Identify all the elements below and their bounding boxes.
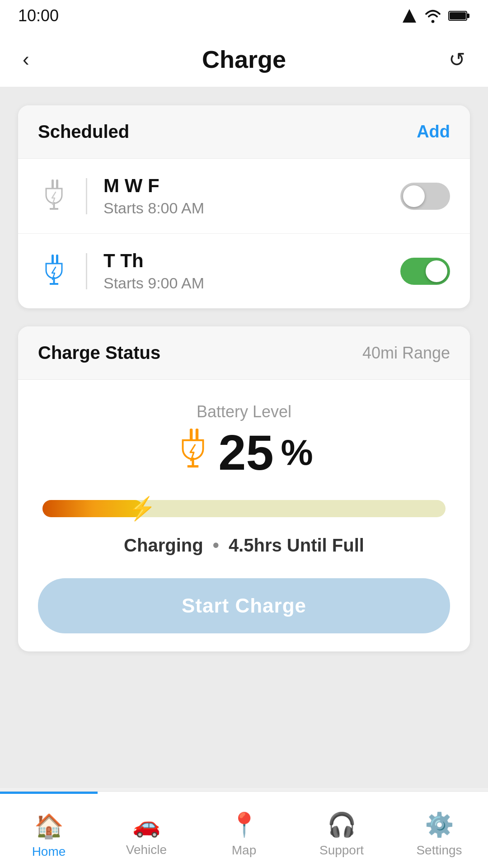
support-icon: 🎧 xyxy=(327,811,357,839)
progress-bar-fill: ⚡ xyxy=(42,500,143,517)
nav-label-vehicle: Vehicle xyxy=(126,843,167,857)
start-charge-button[interactable]: Start Charge xyxy=(38,578,450,633)
scheduled-card-header: Scheduled Add xyxy=(18,105,470,159)
map-icon: 📍 xyxy=(230,811,259,839)
toggle-knob-2 xyxy=(426,260,447,282)
vehicle-icon: 🚗 xyxy=(132,812,160,838)
battery-label: Battery Level xyxy=(38,402,450,421)
battery-percent-sign: % xyxy=(281,432,313,473)
schedule-toggle-1[interactable] xyxy=(400,183,450,210)
nav-item-home[interactable]: 🏠 Home xyxy=(0,792,98,868)
status-icons xyxy=(401,8,470,24)
charge-status-text: Charging • 4.5hrs Until Full xyxy=(38,535,450,556)
schedule-item-1: M W F Starts 8:00 AM xyxy=(18,159,470,234)
nav-item-settings[interactable]: ⚙️ Settings xyxy=(390,792,488,868)
svg-rect-2 xyxy=(467,14,469,18)
svg-rect-3 xyxy=(450,12,466,19)
charge-status-card: Charge Status 40mi Range Battery Level xyxy=(18,326,470,651)
charging-label: Charging xyxy=(124,535,203,555)
refresh-button[interactable]: ↺ xyxy=(438,48,465,71)
battery-icon xyxy=(448,9,470,22)
svg-marker-0 xyxy=(403,9,416,23)
schedule-days-1: M W F xyxy=(103,175,384,197)
charge-status-title: Charge Status xyxy=(38,343,160,363)
nav-label-home: Home xyxy=(32,844,66,859)
status-dot: • xyxy=(213,535,219,555)
svg-rect-12 xyxy=(190,429,192,440)
status-bar: 10:00 xyxy=(0,0,488,32)
schedule-toggle-2[interactable] xyxy=(400,258,450,285)
svg-rect-8 xyxy=(52,255,54,264)
schedule-divider-1 xyxy=(86,178,87,214)
content-area: Scheduled Add M W F Starts 8:00 AM xyxy=(0,87,488,788)
nav-label-support: Support xyxy=(319,843,364,858)
nav-item-support[interactable]: 🎧 Support xyxy=(293,792,390,868)
nav-label-map: Map xyxy=(232,843,256,858)
charge-range: 40mi Range xyxy=(362,344,450,363)
battery-percent: 25 xyxy=(218,428,273,477)
add-schedule-button[interactable]: Add xyxy=(417,122,450,142)
nav-item-vehicle[interactable]: 🚗 Vehicle xyxy=(98,792,195,868)
lightning-icon: ⚡ xyxy=(128,495,156,522)
progress-bar: ⚡ xyxy=(42,500,446,517)
schedule-days-2: T Th xyxy=(103,250,384,272)
status-time: 10:00 xyxy=(18,6,59,25)
svg-rect-5 xyxy=(56,179,58,189)
plug-icon-tth xyxy=(38,255,70,288)
home-icon: 🏠 xyxy=(34,812,64,840)
schedule-divider-2 xyxy=(86,253,87,289)
charge-status-header: Charge Status 40mi Range xyxy=(18,326,470,380)
schedule-time-1: Starts 8:00 AM xyxy=(103,199,384,217)
nav-item-map[interactable]: 📍 Map xyxy=(195,792,293,868)
page-title: Charge xyxy=(202,45,286,73)
svg-rect-13 xyxy=(196,429,198,440)
schedule-time-2: Starts 9:00 AM xyxy=(103,274,384,292)
toggle-knob-1 xyxy=(403,185,425,207)
battery-percentage-row: 25 % xyxy=(38,428,450,477)
bottom-nav: 🏠 Home 🚗 Vehicle 📍 Map 🎧 Support ⚙️ Sett… xyxy=(0,791,488,868)
time-until-full: 4.5hrs Until Full xyxy=(229,535,364,555)
schedule-info-1: M W F Starts 8:00 AM xyxy=(103,175,384,217)
settings-icon: ⚙️ xyxy=(425,811,454,839)
svg-rect-9 xyxy=(56,255,58,264)
schedule-info-2: T Th Starts 9:00 AM xyxy=(103,250,384,292)
scheduled-title: Scheduled xyxy=(38,122,129,142)
back-button[interactable]: ‹ xyxy=(23,48,50,71)
schedule-item-2: T Th Starts 9:00 AM xyxy=(18,234,470,308)
wifi-icon xyxy=(424,8,442,24)
charge-body: Battery Level 25 % xyxy=(18,380,470,651)
plug-icon-mwf xyxy=(38,179,70,213)
scheduled-card: Scheduled Add M W F Starts 8:00 AM xyxy=(18,105,470,308)
signal-icon xyxy=(401,8,418,24)
nav-label-settings: Settings xyxy=(416,843,462,858)
plug-charging-icon xyxy=(175,429,211,476)
header: ‹ Charge ↺ xyxy=(0,32,488,87)
svg-rect-4 xyxy=(52,179,54,189)
